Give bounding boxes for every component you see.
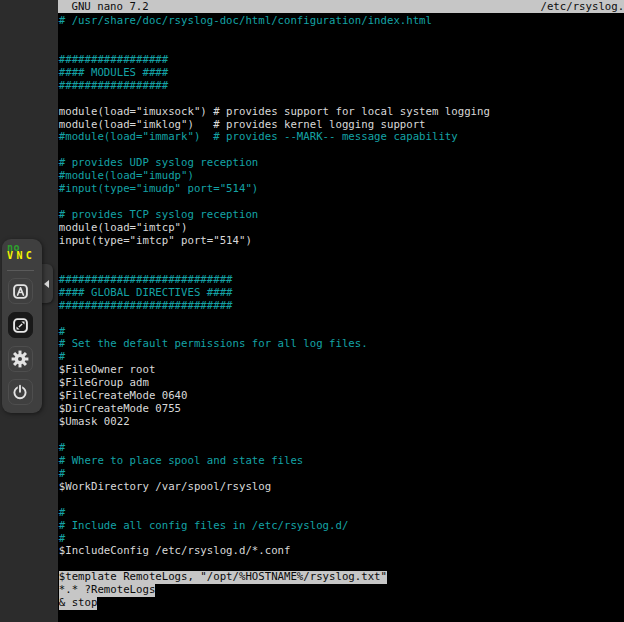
buffer-line: #### GLOBAL DIRECTIVES #### [58, 287, 624, 300]
buffer-line: $IncludeConfig /etc/rsyslog.d/*.conf [58, 545, 624, 558]
novnc-logo-vnc: VNC [7, 252, 35, 260]
keyboard-button[interactable] [8, 278, 33, 304]
buffer-line: # Where to place spool and state files [58, 455, 624, 468]
control-bar-separator [7, 270, 34, 271]
settings-button[interactable] [8, 346, 33, 372]
buffer-line: ################# [58, 54, 624, 67]
buffer-line: ################# [58, 80, 624, 93]
buffer-line [58, 494, 624, 507]
buffer-line: #module(load="immark") # provides --MARK… [58, 131, 624, 144]
buffer-line [58, 429, 624, 442]
nano-buffer[interactable]: # /usr/share/doc/rsyslog-doc/html/config… [58, 15, 624, 622]
buffer-line [58, 248, 624, 261]
buffer-line: $WorkDirectory /var/spool/rsyslog [58, 481, 624, 494]
buffer-line: module(load="imuxsock") # provides suppo… [58, 106, 624, 119]
fullscreen-button[interactable] [8, 312, 33, 338]
buffer-line-selected: *.* ?RemoteLogs [58, 584, 624, 597]
buffer-line: module(load="imtcp") [58, 222, 624, 235]
buffer-line: $DirCreateMode 0755 [58, 403, 624, 416]
buffer-line: #input(type="imudp" port="514") [58, 183, 624, 196]
buffer-line: $Umask 0022 [58, 416, 624, 429]
buffer-line: ########################### [58, 274, 624, 287]
novnc-control-bar: no VNC [2, 239, 42, 413]
collapse-arrow-icon [44, 280, 49, 288]
buffer-line [58, 93, 624, 106]
buffer-line [58, 610, 624, 622]
buffer-line: input(type="imtcp" port="514") [58, 235, 624, 248]
nano-version-label: GNU nano 7.2 [72, 0, 149, 13]
gear-icon [11, 350, 29, 368]
power-button[interactable] [8, 379, 33, 405]
buffer-line: # [58, 507, 624, 520]
buffer-line: # Set the default permissions for all lo… [58, 338, 624, 351]
buffer-line: # [58, 468, 624, 481]
power-icon [12, 384, 28, 400]
buffer-line [58, 261, 624, 274]
buffer-line [58, 41, 624, 54]
buffer-line-selected: & stop [58, 597, 624, 610]
novnc-screen: GNU nano 7.2 /etc/rsyslog.conf # /usr/sh… [0, 0, 624, 622]
buffer-line: # [58, 442, 624, 455]
nano-filename: /etc/rsyslog.conf [541, 0, 624, 13]
a-key-icon [13, 284, 28, 299]
nano-titlebar: GNU nano 7.2 /etc/rsyslog.conf [58, 0, 624, 13]
buffer-line [58, 313, 624, 326]
buffer-line: #### MODULES #### [58, 67, 624, 80]
terminal-window[interactable]: GNU nano 7.2 /etc/rsyslog.conf # /usr/sh… [58, 0, 624, 622]
buffer-line: # /usr/share/doc/rsyslog-doc/html/config… [58, 15, 624, 28]
buffer-line [58, 28, 624, 41]
fullscreen-icon [13, 318, 28, 333]
novnc-logo: no VNC [7, 244, 35, 260]
buffer-line: # Include all config files in /etc/rsysl… [58, 520, 624, 533]
buffer-line: ########################### [58, 300, 624, 313]
